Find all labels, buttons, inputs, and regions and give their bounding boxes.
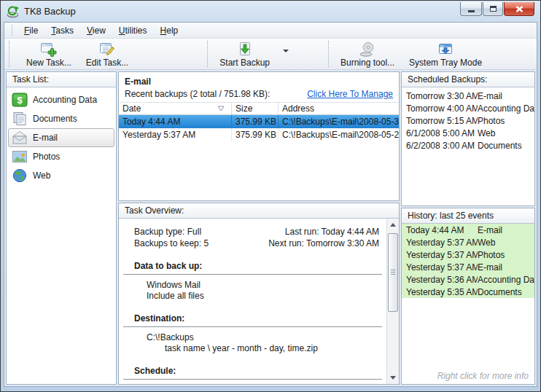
next-run: Next run: Tomorrow 3:30 AM	[268, 238, 379, 249]
manage-link[interactable]: Click Here To Manage	[307, 89, 393, 99]
history-time: Yesterday 5:37 AM	[406, 238, 478, 248]
chevron-down-icon	[283, 50, 289, 52]
history-time: Yesterday 5:37 AM	[406, 250, 478, 260]
sidebar-item-photos[interactable]: Photos	[8, 147, 114, 166]
sidebar-item-label: Accounting Data	[33, 95, 97, 105]
history-item[interactable]: Today 4:44 AM E-mail	[402, 224, 534, 236]
new-task-label: New Task...	[26, 58, 71, 68]
history-task: Documents	[478, 287, 534, 297]
task-overview-header: Task Overview:	[119, 203, 399, 219]
history-header-label: History: last 25 events	[408, 211, 494, 221]
menu-utilities[interactable]: Utilities	[112, 23, 154, 39]
column-size-label: Size	[236, 103, 252, 114]
task-list-header-label: Task List:	[12, 74, 49, 85]
column-header-size[interactable]: Size	[232, 103, 279, 114]
history-header: History: last 25 events	[402, 208, 534, 224]
burning-tool-label: Burning tool...	[340, 58, 394, 68]
sidebar-item-label: Photos	[33, 152, 60, 162]
toolbar: New Task... Edit Task...	[4, 39, 537, 70]
scheduled-task: E-mail	[478, 91, 534, 101]
sidebar-item-email[interactable]: E-mail	[8, 128, 114, 147]
cell-size: 375.99 KB	[232, 115, 279, 128]
scheduled-time: 6/1/2008 5:00 AM	[406, 128, 478, 138]
titlebar[interactable]: TK8 Backup	[1, 1, 540, 22]
start-backup-dropdown[interactable]	[277, 39, 295, 69]
column-date-label: Date	[122, 103, 141, 114]
maximize-button[interactable]	[483, 2, 503, 16]
column-address-label: Address	[282, 103, 314, 114]
task-title: E-mail	[125, 77, 393, 87]
new-task-button[interactable]: New Task...	[19, 39, 79, 69]
workspace: Task List: $ Accounting Data	[4, 70, 537, 386]
overview-line: Include all files	[147, 291, 386, 302]
sidebar-item-label: Web	[33, 170, 50, 181]
svg-text:$: $	[17, 95, 23, 106]
scheduled-task: Documents	[478, 141, 534, 151]
history-footer-hint: Right click for more info	[437, 371, 529, 381]
sidebar-item-web[interactable]: Web	[8, 166, 114, 185]
history-panel: History: last 25 events Today 4:44 AM E-…	[401, 208, 535, 385]
close-button[interactable]	[504, 2, 534, 16]
overview-line: C:\!Backups	[147, 332, 386, 343]
history-task: Photos	[478, 250, 534, 260]
history-item[interactable]: Yesterday 5:37 AM Photos	[402, 248, 534, 261]
task-list-panel: Task List: $ Accounting Data	[6, 71, 117, 385]
minimize-icon	[468, 10, 475, 12]
history-item[interactable]: Yesterday 5:37 AM E-mail	[402, 261, 534, 273]
table-row[interactable]: Yesterday 5:37 AM 375.99 KB C:\!Backups\…	[119, 128, 399, 141]
history-task: Accounting Data	[478, 275, 534, 285]
overview-line: task name \ year - month - day, time.zip	[165, 343, 386, 354]
task-list: $ Accounting Data Documents	[7, 87, 116, 188]
menu-tasks[interactable]: Tasks	[44, 23, 80, 39]
menu-file[interactable]: File	[17, 23, 44, 39]
task-overview-body: Backup type: Full Backups to keep: 5 Las…	[119, 219, 399, 384]
sidebar-item-label: E-mail	[33, 133, 58, 143]
vertical-scrollbar[interactable]	[386, 219, 399, 384]
recent-backups-summary: Recent backups (2 total / 751.98 KB):	[125, 89, 270, 99]
scheduled-backups-header-label: Scheduled Backups:	[408, 74, 487, 85]
scheduled-item[interactable]: Tomorrow 5:15 AM Photos	[402, 114, 534, 127]
column-header-address[interactable]: Address	[279, 103, 399, 114]
scheduled-item[interactable]: 6/2/2008 3:00 AM Documents	[402, 139, 534, 152]
table-row[interactable]: Today 4:44 AM 375.99 KB C:\!Backups\E-ma…	[119, 115, 399, 128]
start-backup-button[interactable]: Start Backup	[212, 39, 277, 69]
history-item[interactable]: Yesterday 5:37 AM Web	[402, 236, 534, 248]
burning-tool-button[interactable]: Burning tool...	[333, 39, 402, 69]
scroll-down-button[interactable]	[387, 372, 399, 384]
section-heading-destination: Destination:	[134, 313, 382, 324]
close-icon	[515, 6, 524, 12]
cell-size: 375.99 KB	[232, 128, 279, 141]
sidebar-item-accounting-data[interactable]: $ Accounting Data	[8, 90, 114, 109]
system-tray-mode-icon	[437, 42, 454, 58]
recent-backups-panel: E-mail Recent backups (2 total / 751.98 …	[118, 71, 400, 201]
menubar: File Tasks View Utilities Help	[4, 23, 537, 39]
scheduled-item[interactable]: Tomorrow 4:00 AM Accounting Data	[402, 102, 534, 114]
task-overview-panel: Task Overview: Backup type: Full Backups…	[118, 203, 400, 385]
documents-icon	[12, 111, 28, 126]
history-item[interactable]: Yesterday 5:36 AM Accounting Data	[402, 273, 534, 286]
minimize-button[interactable]	[460, 2, 482, 16]
sidebar-item-documents[interactable]: Documents	[8, 109, 114, 128]
email-icon	[12, 130, 28, 145]
toolbar-separator	[207, 41, 208, 67]
backups-to-keep: Backups to keep: 5	[134, 238, 209, 249]
burning-tool-icon	[358, 42, 377, 58]
scheduled-item[interactable]: 6/1/2008 5:00 AM Web	[402, 127, 534, 139]
column-header-date[interactable]: Date	[119, 103, 232, 114]
scheduled-item[interactable]: Tomorrow 3:30 AM E-mail	[402, 90, 534, 102]
new-task-icon	[40, 42, 58, 58]
scheduled-task: Accounting Data	[478, 103, 534, 114]
menu-help[interactable]: Help	[154, 23, 185, 39]
system-tray-mode-button[interactable]: System Tray Mode	[402, 39, 489, 69]
scrollbar-thumb[interactable]	[388, 233, 398, 312]
cell-date: Today 4:44 AM	[119, 115, 232, 128]
edit-task-button[interactable]: Edit Task...	[79, 39, 136, 69]
history-time: Today 4:44 AM	[406, 225, 478, 235]
section-rule	[123, 379, 382, 380]
history-task: Web	[478, 238, 534, 248]
table-header: Date Size Address	[119, 102, 399, 115]
history-item[interactable]: Yesterday 5:35 AM Documents	[402, 286, 534, 298]
section-heading-schedule: Schedule:	[134, 366, 382, 376]
scroll-up-button[interactable]	[387, 219, 399, 231]
menu-view[interactable]: View	[80, 23, 112, 39]
